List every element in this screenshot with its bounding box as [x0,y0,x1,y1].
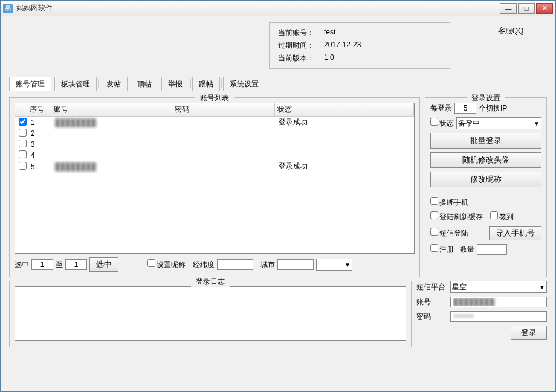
row-seq: 5 [30,162,54,171]
random-avatar-button[interactable]: 随机修改头像 [430,152,541,168]
row-status: 登录成功 [277,117,412,127]
chevron-down-icon: ▼ [344,262,351,268]
version-value: 1.0 [324,53,334,63]
account-info-box: 当前账号：test 过期时间：2017-12-23 当前版本：1.0 [269,22,450,69]
expire-label: 过期时间： [278,40,320,51]
row-account: ████████ [54,118,175,127]
tab-4[interactable]: 举报 [161,77,189,91]
per-login-label1: 每登录 [430,103,452,114]
close-button[interactable]: ✕ [536,3,553,14]
account-table: 序号 账号 密码 状态 1████████登录成功2345████████登录成… [15,103,415,254]
row-status: 登录成功 [277,161,412,172]
table-row[interactable]: 3 [15,139,414,150]
per-login-input[interactable] [454,103,476,114]
sms-account-label: 账号 [416,297,447,307]
row-checkbox[interactable] [19,162,27,170]
col-seq[interactable]: 序号 [27,103,51,116]
table-row[interactable]: 5████████登录成功 [15,161,414,172]
register-checkbox[interactable]: 注册 [430,244,454,255]
edit-nickname-button[interactable]: 修改昵称 [430,172,541,187]
tab-5[interactable]: 跟帖 [192,77,220,91]
city-dropdown[interactable]: ▼ [316,259,352,271]
tab-2[interactable]: 发帖 [100,77,128,91]
login-settings-legend: 登录设置 [467,93,505,103]
row-seq: 4 [30,151,54,159]
tab-bar: 账号管理板块管理发帖顶帖举报跟帖系统设置 [9,76,547,91]
city-input[interactable] [277,259,314,270]
col-account[interactable]: 账号 [51,103,172,116]
chevron-down-icon: ▼ [539,284,545,291]
refresh-cache-checkbox[interactable]: 登陆刷新缓存 [430,211,483,222]
sms-login-checkbox[interactable]: 短信登陆 [430,228,468,239]
batch-login-button[interactable]: 批量登录 [430,133,541,149]
tab-0[interactable]: 账号管理 [9,77,51,91]
select-from-input[interactable] [31,259,53,270]
window-title: 妈妈网软件 [16,3,500,13]
tab-3[interactable]: 顶帖 [131,77,158,91]
account-list-legend: 账号列表 [195,93,234,103]
sms-platform-label: 短信平台 [416,282,447,292]
sms-password-label: 密码 [416,312,447,322]
row-seq: 2 [30,129,54,138]
col-password[interactable]: 密码 [172,103,275,116]
select-label: 选中 [15,260,29,270]
import-phone-button[interactable]: 导入手机号 [489,226,541,240]
signin-checkbox[interactable]: 签到 [490,211,514,222]
chevron-down-icon: ▼ [534,120,540,127]
latlng-label: 经纬度 [193,260,215,270]
row-checkbox[interactable] [19,140,27,147]
status-dropdown[interactable]: 备孕中▼ [456,117,541,129]
rebind-phone-checkbox[interactable]: 换绑手机 [430,197,541,208]
tab-6[interactable]: 系统设置 [223,77,265,91]
row-checkbox[interactable] [19,129,27,137]
row-checkbox[interactable] [19,150,27,158]
expire-value: 2017-12-23 [324,40,361,51]
current-account-value: test [324,28,335,38]
set-nickname-checkbox[interactable]: 设置昵称 [147,259,186,270]
maximize-button[interactable]: □ [518,3,535,14]
tab-1[interactable]: 板块管理 [54,77,97,91]
login-settings-fieldset: 登录设置 每登录 个切换IP 状态 备孕中▼ 批量登录 随机修改头像 修改昵称 … [425,97,547,277]
row-seq: 1 [30,118,54,127]
row-account: ████████ [54,162,175,171]
table-row[interactable]: 4 [15,150,414,161]
row-checkbox[interactable] [19,118,27,126]
service-qq-label[interactable]: 客服QQ [474,22,547,36]
quantity-input[interactable] [477,244,507,255]
status-checkbox[interactable]: 状态 [430,118,454,129]
account-list-fieldset: 账号列表 序号 账号 密码 状态 1████████登录成功2345██████… [9,97,420,277]
select-button[interactable]: 选中 [89,257,118,272]
quantity-label: 数量 [460,245,474,255]
sms-platform-dropdown[interactable]: 星空▼ [450,281,547,293]
sms-login-button[interactable]: 登录 [511,326,547,340]
latlng-input[interactable] [217,259,253,270]
minimize-button[interactable]: — [500,3,517,14]
sms-password-input[interactable] [450,311,547,322]
sms-account-input[interactable] [450,297,547,307]
title-bar: 易 妈妈网软件 — □ ✕ [1,1,555,16]
select-to-label: 至 [56,260,63,270]
per-login-label2: 个切换IP [479,103,507,114]
version-label: 当前版本： [278,53,320,63]
app-icon: 易 [3,4,13,13]
select-to-input[interactable] [65,259,87,270]
col-status[interactable]: 状态 [275,103,414,116]
login-log-legend: 登录日志 [191,277,230,287]
row-seq: 3 [30,140,54,149]
current-account-label: 当前账号： [278,28,320,38]
login-log-fieldset: 登录日志 [9,281,412,347]
login-log-textarea[interactable] [15,286,406,341]
city-label: 城市 [260,260,275,270]
table-row[interactable]: 2 [15,128,414,139]
table-row[interactable]: 1████████登录成功 [15,117,414,128]
sms-panel: 短信平台 星空▼ 账号 密码 登录 [416,281,547,347]
